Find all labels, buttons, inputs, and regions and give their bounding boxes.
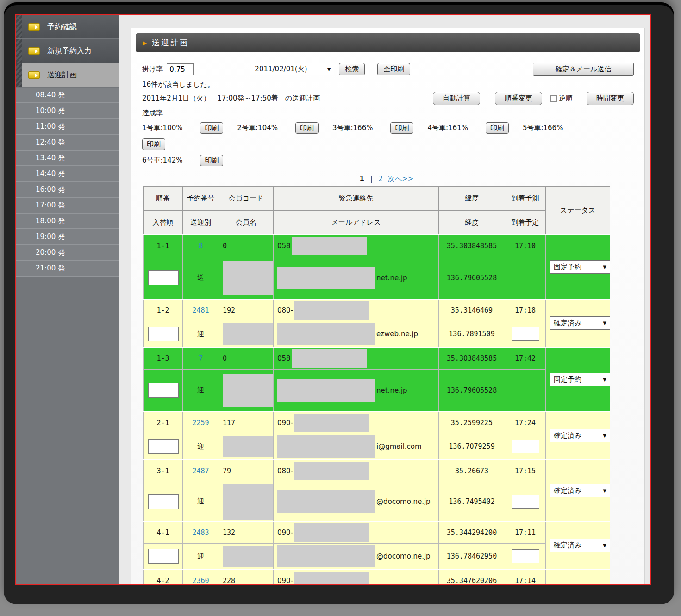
status-select[interactable]: 確定済み ▼ [550,429,610,442]
status-select[interactable]: 固定予約 ▼ [550,260,610,274]
chevron-down-icon: ▼ [603,264,606,270]
reservation-number-link[interactable]: 2483 [192,528,209,537]
arrival-cell [505,321,546,347]
swap-order-cell [144,544,183,570]
emergency-contact-cell: 058 [274,347,439,370]
swap-order-input[interactable] [148,383,179,398]
status-select[interactable]: 確定済み ▼ [550,484,610,497]
member-code-cell: 228 [219,570,274,585]
arrival-cell [505,257,546,299]
time-slot-item[interactable]: 12:40 発 [16,135,119,151]
pagination: 1 | 2 次へ>> [142,175,634,183]
print-all-button[interactable]: 全印刷 [377,63,410,75]
col-header-member-name: 会員名 [219,211,274,235]
col-header-type: 送迎別 [183,211,219,235]
eta-cell: 17:11 [505,522,546,544]
time-slot-item[interactable]: 11:00 発 [16,119,119,135]
app-root: 予約確認新規予約入力送迎計画 08:40 発10:00 発11:00 発12:4… [15,14,651,585]
mail-address-cell: @docomo.ne.jp [274,482,439,522]
reservation-number-link[interactable]: 2487 [192,467,209,475]
arrival-cell [505,434,546,460]
reservation-number-link[interactable]: 2481 [192,306,209,314]
emergency-contact-cell: 090- [274,522,439,544]
redacted-mail [277,545,375,567]
sidebar-time-list: 08:40 発10:00 発11:00 発12:40 発13:40 発14:40… [16,88,119,277]
eta-cell: 17:15 [505,460,546,482]
sidebar-item-2[interactable]: 送迎計画 [16,63,119,87]
chevron-down-icon: ▼ [327,67,331,72]
eta-cell: 17:18 [505,299,546,321]
col-header-lat: 緯度 [439,187,505,211]
status-select[interactable]: 確定済み ▼ [550,539,610,552]
page-current: 1 [360,175,364,183]
redacted-member-name [223,323,274,345]
reservation-number-link[interactable]: 2360 [192,577,209,585]
time-slot-item[interactable]: 10:00 発 [16,103,119,119]
print-vehicle-button[interactable]: 印刷 [200,122,223,134]
search-button[interactable]: 検索 [339,63,365,75]
time-slot-item[interactable]: 19:00 発 [16,229,119,245]
sidebar-item-0[interactable]: 予約確認 [16,15,119,38]
arrival-time-input[interactable] [512,327,539,341]
time-slot-item[interactable]: 20:00 発 [16,245,119,261]
time-change-button[interactable]: 時間変更 [587,92,634,105]
arrival-time-input[interactable] [512,495,539,509]
pickup-type-cell: 迎 [183,369,219,412]
status-select[interactable]: 確定済み ▼ [550,316,610,330]
rate-input[interactable] [167,63,194,75]
time-slot-item[interactable]: 13:40 発 [16,151,119,166]
print-vehicle-button[interactable]: 印刷 [390,122,413,134]
page-link-2[interactable]: 2 [379,175,383,183]
time-slot-item[interactable]: 16:00 発 [16,182,119,198]
member-name-cell [219,369,274,412]
vehicle-rate-text: 1号車:100% [142,124,182,132]
order-change-button[interactable]: 順番変更 [495,92,542,105]
swap-order-input[interactable] [148,327,179,341]
swap-order-input[interactable] [148,549,179,564]
redacted-member-name [223,261,274,295]
reservation-number-link[interactable]: 8 [199,242,203,250]
member-code-cell: 0 [219,347,274,370]
chevron-down-icon: ▼ [603,433,606,438]
toolbar-row-2: 2011年2月1日（火） 17:00発～17:50着 の送迎計画 自動計算 順番… [142,92,634,105]
order-cell: 3-1 [144,460,183,482]
order-cell: 1-1 [144,235,183,257]
eta-cell: 17:42 [505,347,546,370]
redacted-mail [277,490,375,513]
arrival-time-input[interactable] [512,440,539,453]
member-code-cell: 132 [219,522,274,544]
time-slot-item[interactable]: 08:40 発 [16,88,119,103]
arrival-time-input[interactable] [512,549,539,563]
time-slot-item[interactable]: 21:00 発 [16,261,119,277]
time-slot-item[interactable]: 17:00 発 [16,198,119,214]
page-link-next[interactable]: 次へ>> [388,175,414,183]
vehicle-rate-text: 2号車:104% [237,124,277,132]
reverse-checkbox[interactable] [550,95,557,102]
print-vehicle-button[interactable]: 印刷 [200,155,223,166]
arrival-cell [505,369,546,412]
swap-order-input[interactable] [148,439,179,454]
swap-order-input[interactable] [148,494,179,509]
reservation-number-link[interactable]: 2259 [192,419,209,427]
latitude-cell: 35.347620206 [439,570,505,585]
time-slot-item[interactable]: 18:00 発 [16,214,119,229]
date-select[interactable]: 2011/02/01(火) ▼ [251,63,334,75]
longitude-cell: 136.79605528 [439,369,505,412]
swap-order-cell [144,321,183,347]
print-vehicle-button[interactable]: 印刷 [142,138,165,150]
folder-icon [28,71,40,79]
time-slot-item[interactable]: 14:40 発 [16,166,119,182]
print-vehicle-button[interactable]: 印刷 [295,122,319,134]
vehicle-group: 4号車:161%印刷 [427,122,508,134]
latitude-cell: 35.26673 [439,460,505,482]
print-vehicle-button[interactable]: 印刷 [486,122,509,134]
pickup-type-cell: 迎 [183,482,219,522]
col-header-member-code: 会員コード [219,187,274,211]
reservation-number-link[interactable]: 7 [199,354,203,363]
swap-order-input[interactable] [148,270,179,285]
vehicle-group: 1号車:100%印刷 [142,122,223,134]
confirm-mail-button[interactable]: 確定＆メール送信 [533,63,634,76]
auto-calc-button[interactable]: 自動計算 [433,92,480,105]
sidebar-item-1[interactable]: 新規予約入力 [16,39,119,63]
status-select[interactable]: 固定予約 ▼ [550,373,610,386]
